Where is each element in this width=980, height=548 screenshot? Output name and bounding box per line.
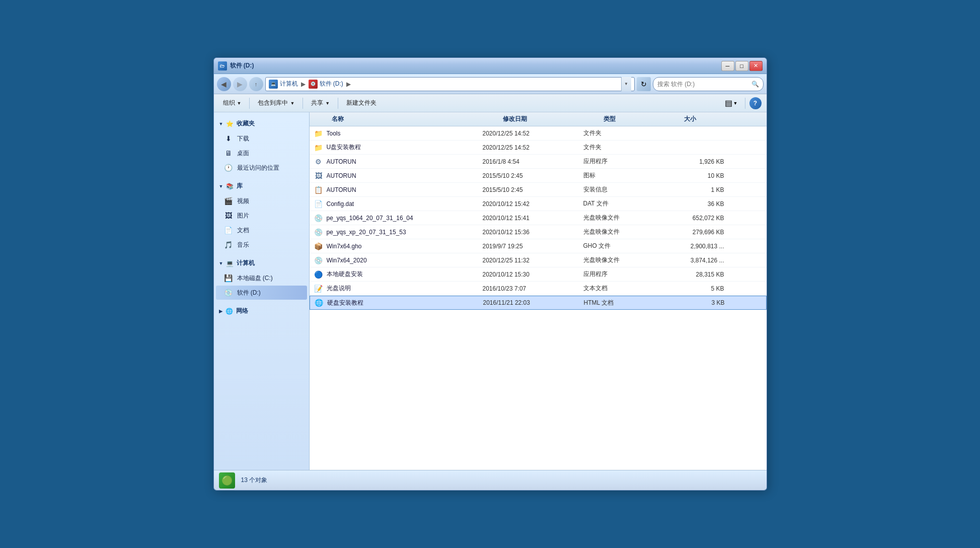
title-bar: 🗁 软件 (D:) ─ □ ✕ xyxy=(214,58,767,74)
search-box[interactable]: 🔍 xyxy=(653,77,764,91)
new-folder-button[interactable]: 新建文件夹 xyxy=(342,97,381,109)
address-computer-icon: 💻 xyxy=(269,80,278,89)
toolbar-separator-3 xyxy=(338,98,338,109)
recent-icon: 🕐 xyxy=(224,163,233,172)
include-library-button[interactable]: 包含到库中 ▼ xyxy=(254,97,298,109)
breadcrumb-drive[interactable]: 软件 (D:) xyxy=(320,80,343,88)
file-type: 光盘映像文件 xyxy=(583,228,664,236)
sidebar-section-computer: ▼ 💻 计算机 💾 本地磁盘 (C:) 💿 软件 (D:) xyxy=(214,256,309,300)
address-drive-icon: 💿 xyxy=(309,80,318,89)
file-type: 应用程序 xyxy=(583,157,664,166)
file-date: 2020/10/12 15:30 xyxy=(483,271,583,278)
view-dropdown-icon: ▼ xyxy=(733,101,738,106)
sidebar-item-d-drive[interactable]: 💿 软件 (D:) xyxy=(216,286,307,300)
sidebar-item-downloads[interactable]: ⬇ 下载 xyxy=(216,131,307,146)
file-name: AUTORUN xyxy=(327,186,483,193)
file-date: 2020/12/25 11:32 xyxy=(483,257,583,264)
table-row[interactable]: 💿 Win7x64_2020 2020/12/25 11:32 光盘映像文件 3… xyxy=(310,253,767,267)
share-button[interactable]: 共享 ▼ xyxy=(307,97,334,109)
address-dropdown[interactable]: ▼ xyxy=(621,77,631,91)
up-button[interactable]: ↑ xyxy=(249,77,263,91)
col-header-size[interactable]: 大小 xyxy=(680,115,740,123)
search-icon[interactable]: 🔍 xyxy=(751,81,759,88)
sidebar-item-image[interactable]: 🖼 图片 xyxy=(216,209,307,223)
file-icon: 📄 xyxy=(314,199,324,209)
doc-label: 文档 xyxy=(237,226,249,235)
table-row[interactable]: 📄 Config.dat 2020/10/12 15:42 DAT 文件 36 … xyxy=(310,197,767,211)
desktop-icon: 🖥 xyxy=(224,149,233,158)
file-name: Win7x64_2020 xyxy=(327,257,483,264)
table-row[interactable]: 💿 pe_yqs_xp_20_07_31_15_53 2020/10/12 15… xyxy=(310,225,767,239)
file-size: 5 KB xyxy=(664,285,724,292)
col-header-date[interactable]: 修改日期 xyxy=(499,115,599,123)
maximize-button[interactable]: □ xyxy=(735,61,748,71)
search-input[interactable] xyxy=(657,81,749,88)
table-row[interactable]: 📋 AUTORUN 2015/5/10 2:45 安装信息 1 KB xyxy=(310,183,767,197)
computer-label: 计算机 xyxy=(237,259,255,267)
d-drive-label: 软件 (D:) xyxy=(237,289,261,297)
col-header-name[interactable]: 名称 xyxy=(328,115,499,123)
address-bar[interactable]: 💻 计算机 ▶ 💿 软件 (D:) ▶ ▼ xyxy=(265,77,635,91)
file-icon: 💿 xyxy=(314,255,324,265)
file-type: 文本文档 xyxy=(583,284,664,293)
computer-icon: 💻 xyxy=(226,260,234,267)
file-size: 10 KB xyxy=(664,172,724,179)
file-icon: 🔵 xyxy=(314,269,324,280)
organize-button[interactable]: 组织 ▼ xyxy=(219,97,246,109)
file-date: 2020/10/12 15:36 xyxy=(483,229,583,236)
sidebar-item-music[interactable]: 🎵 音乐 xyxy=(216,238,307,252)
file-type: 安装信息 xyxy=(583,185,664,194)
breadcrumb-computer[interactable]: 计算机 xyxy=(280,80,298,88)
help-button[interactable]: ? xyxy=(749,97,762,109)
file-date: 2016/11/21 22:03 xyxy=(483,299,584,306)
sidebar-item-recent[interactable]: 🕐 最近访问的位置 xyxy=(216,161,307,175)
sidebar-item-doc[interactable]: 📄 文档 xyxy=(216,223,307,237)
table-row[interactable]: 📝 光盘说明 2016/10/23 7:07 文本文档 5 KB xyxy=(310,282,767,296)
file-name: Config.dat xyxy=(327,200,483,208)
sidebar-item-c-drive[interactable]: 💾 本地磁盘 (C:) xyxy=(216,271,307,285)
refresh-button[interactable]: ↻ xyxy=(637,77,651,91)
table-row[interactable]: 💿 pe_yqs_1064_20_07_31_16_04 2020/10/12 … xyxy=(310,211,767,225)
file-type: 图标 xyxy=(583,171,664,180)
view-button[interactable]: ▤ ▼ xyxy=(722,96,741,110)
table-row[interactable]: 🔵 本地硬盘安装 2020/10/12 15:30 应用程序 28,315 KB xyxy=(310,267,767,282)
table-row[interactable]: 📁 Tools 2020/12/25 14:52 文件夹 xyxy=(310,126,767,141)
sidebar-item-video[interactable]: 🎬 视频 xyxy=(216,194,307,208)
table-row[interactable]: ⚙ AUTORUN 2016/1/8 4:54 应用程序 1,926 KB xyxy=(310,155,767,169)
close-button[interactable]: ✕ xyxy=(749,61,763,71)
file-icon: 🖼 xyxy=(314,171,324,181)
image-icon: 🖼 xyxy=(224,211,233,220)
favorites-label: 收藏夹 xyxy=(237,119,255,128)
file-name: Tools xyxy=(327,130,483,137)
library-icon: 📚 xyxy=(226,183,234,190)
sidebar-header-library[interactable]: ▼ 📚 库 xyxy=(214,179,309,193)
file-type: 应用程序 xyxy=(583,270,664,279)
col-header-type[interactable]: 类型 xyxy=(599,115,680,123)
table-row[interactable]: 🖼 AUTORUN 2015/5/10 2:45 图标 10 KB xyxy=(310,169,767,183)
sidebar-item-desktop[interactable]: 🖥 桌面 xyxy=(216,146,307,160)
file-name: U盘安装教程 xyxy=(327,143,483,152)
table-row[interactable]: 🌐 硬盘安装教程 2016/11/21 22:03 HTML 文档 3 KB xyxy=(310,296,767,310)
file-icon: 📝 xyxy=(314,284,324,294)
sidebar-header-network[interactable]: ▶ 🌐 网络 xyxy=(214,304,309,318)
title-bar-left: 🗁 软件 (D:) xyxy=(218,61,254,71)
file-name: 本地硬盘安装 xyxy=(327,270,483,279)
content-area: ▼ ⭐ 收藏夹 ⬇ 下载 🖥 桌面 🕐 最近访问的位置 xyxy=(214,112,767,470)
file-name: pe_yqs_xp_20_07_31_15_53 xyxy=(327,229,483,236)
table-row[interactable]: 📁 U盘安装教程 2020/12/25 14:52 文件夹 xyxy=(310,141,767,155)
back-button[interactable]: ◀ xyxy=(217,77,231,91)
window-title: 软件 (D:) xyxy=(230,61,254,70)
breadcrumb-sep-1: ▶ xyxy=(301,81,306,88)
empty-area[interactable] xyxy=(310,310,767,410)
status-app-icon: 🟢 xyxy=(219,472,235,489)
table-row[interactable]: 📦 Win7x64.gho 2019/9/7 19:25 GHO 文件 2,90… xyxy=(310,239,767,253)
sidebar-header-favorites[interactable]: ▼ ⭐ 收藏夹 xyxy=(214,116,309,131)
forward-button[interactable]: ▶ xyxy=(233,77,247,91)
file-name: AUTORUN xyxy=(327,158,483,165)
minimize-button[interactable]: ─ xyxy=(721,61,734,71)
file-icon: 📋 xyxy=(314,185,324,195)
nav-bar: ◀ ▶ ↑ 💻 计算机 ▶ 💿 软件 (D:) ▶ ▼ ↻ 🔍 xyxy=(214,74,767,94)
video-icon: 🎬 xyxy=(224,196,233,206)
sidebar-header-computer[interactable]: ▼ 💻 计算机 xyxy=(214,256,309,270)
file-name: 光盘说明 xyxy=(327,284,483,293)
